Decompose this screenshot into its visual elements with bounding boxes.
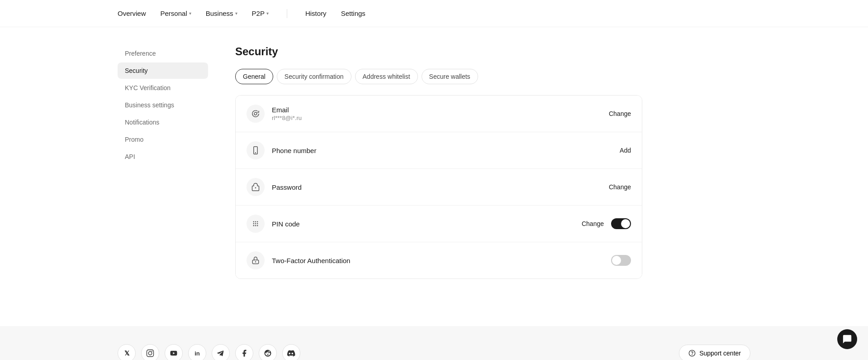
nav-p2p[interactable]: P2P ▾ [252,10,269,17]
social-facebook[interactable] [235,344,253,360]
social-linkedin[interactable]: in [188,344,206,360]
table-row: Two-Factor Authentication [236,242,642,278]
svg-rect-15 [147,350,154,357]
sidebar-item-security[interactable]: Security [118,62,208,79]
email-sub: rl***8@i*.ru [272,115,609,121]
phone-icon [251,146,260,155]
email-info: Email rl***8@i*.ru [272,106,609,121]
email-change-button[interactable]: Change [609,110,631,117]
chat-icon [842,334,852,344]
password-icon-container [247,178,265,196]
password-icon [251,182,260,192]
svg-point-0 [254,112,257,115]
chat-bubble-button[interactable] [837,329,857,349]
table-row: Email rl***8@i*.ru Change [236,96,642,132]
svg-point-8 [255,223,256,225]
twofa-toggle-knob [612,256,621,265]
top-nav: Overview Personal ▾ Business ▾ P2P ▾ His… [0,0,868,27]
nav-settings[interactable]: Settings [341,10,365,17]
security-card: Email rl***8@i*.ru Change Phone number [235,95,642,279]
page-title: Security [235,45,642,58]
twofa-toggle[interactable] [611,255,631,266]
social-instagram[interactable] [141,344,159,360]
password-info: Password [272,183,609,191]
svg-point-3 [255,187,256,188]
pin-toggle[interactable] [611,218,631,229]
email-action: Change [609,110,631,117]
svg-point-11 [255,225,256,226]
social-telegram[interactable] [212,344,230,360]
svg-point-7 [253,223,255,225]
email-icon [251,109,260,118]
social-reddit[interactable] [259,344,277,360]
phone-action: Add [620,147,631,154]
password-action: Change [609,183,631,191]
phone-add-button[interactable]: Add [620,147,631,154]
content-area: Security General Security confirmation A… [235,45,642,299]
password-change-button[interactable]: Change [609,183,631,191]
nav-overview[interactable]: Overview [118,10,146,17]
pin-info: PIN code [272,220,582,228]
svg-point-12 [257,225,258,226]
phone-icon-container [247,141,265,159]
svg-point-9 [257,223,258,225]
nav-items: Overview Personal ▾ Business ▾ P2P ▾ His… [118,9,365,18]
svg-point-17 [152,351,152,352]
social-twitter[interactable]: 𝕏 [118,344,136,360]
chevron-down-icon: ▾ [189,11,191,16]
svg-point-5 [255,221,256,223]
svg-point-20 [692,355,693,355]
table-row: PIN code Change [236,206,642,242]
tab-security-confirmation[interactable]: Security confirmation [277,69,351,84]
tabs: General Security confirmation Address wh… [235,69,642,84]
main-layout: Preference Security KYC Verification Bus… [0,27,868,299]
footer: 𝕏 in Support center [0,326,868,360]
nav-history[interactable]: History [305,10,327,17]
sidebar: Preference Security KYC Verification Bus… [118,45,208,299]
svg-point-4 [253,221,255,223]
twofa-icon-container [247,251,265,269]
sidebar-item-preference[interactable]: Preference [118,45,208,62]
chevron-down-icon: ▾ [266,11,269,16]
twofa-title: Two-Factor Authentication [272,257,611,264]
footer-social: 𝕏 in Support center [118,344,750,360]
password-title: Password [272,183,609,191]
question-icon [688,350,696,357]
phone-info: Phone number [272,147,620,154]
nav-business[interactable]: Business ▾ [206,10,237,17]
social-icons: 𝕏 in [118,344,300,360]
nav-divider [287,9,287,18]
pin-icon [251,219,260,228]
support-center-button[interactable]: Support center [679,345,750,360]
twofa-action [611,255,631,266]
email-icon-container [247,105,265,123]
svg-point-6 [257,221,258,223]
nav-personal[interactable]: Personal ▾ [161,10,191,17]
pin-change-button[interactable]: Change [582,220,604,227]
tab-address-whitelist[interactable]: Address whitelist [355,69,418,84]
svg-point-16 [148,351,152,355]
sidebar-item-notifications[interactable]: Notifications [118,114,208,130]
tab-secure-wallets[interactable]: Secure wallets [422,69,478,84]
svg-point-14 [255,261,256,263]
twofa-info: Two-Factor Authentication [272,257,611,264]
sidebar-item-business[interactable]: Business settings [118,97,208,113]
pin-action: Change [582,218,631,229]
email-title: Email [272,106,609,114]
svg-point-10 [253,225,255,226]
tab-general[interactable]: General [235,69,273,84]
chevron-down-icon: ▾ [235,11,237,16]
table-row: Phone number Add [236,132,642,169]
sidebar-item-kyc[interactable]: KYC Verification [118,80,208,96]
pin-toggle-knob [621,219,630,228]
sidebar-item-api[interactable]: API [118,149,208,165]
pin-icon-container [247,215,265,233]
social-discord[interactable] [282,344,300,360]
lock-icon [251,256,260,265]
sidebar-item-promo[interactable]: Promo [118,131,208,148]
pin-title: PIN code [272,220,582,228]
phone-title: Phone number [272,147,620,154]
social-youtube[interactable] [165,344,183,360]
table-row: Password Change [236,169,642,206]
